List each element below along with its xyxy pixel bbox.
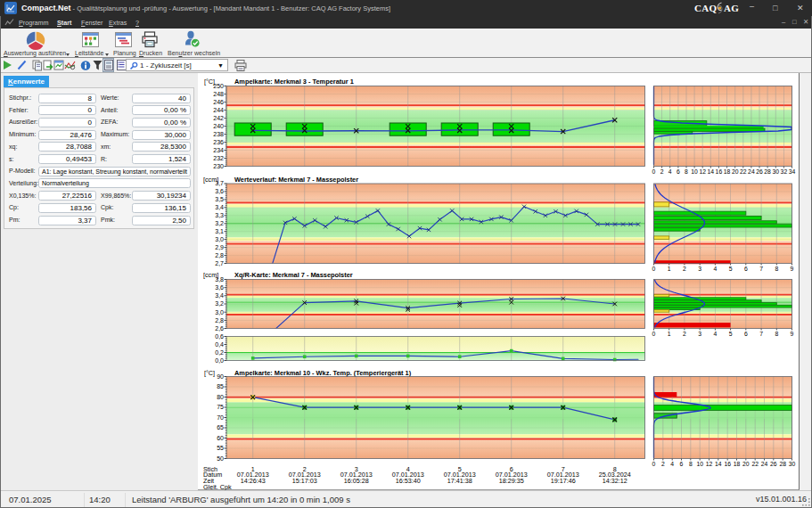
svg-text:1: 1 — [668, 266, 671, 272]
svg-text:20: 20 — [742, 461, 750, 467]
svg-text:2,8: 2,8 — [215, 317, 224, 324]
svg-text:12: 12 — [706, 461, 713, 467]
svg-text:28: 28 — [764, 168, 771, 175]
svg-text:16: 16 — [716, 168, 723, 175]
svg-text:7: 7 — [759, 331, 763, 337]
svg-text:3: 3 — [698, 331, 701, 337]
svg-text:6: 6 — [677, 168, 680, 175]
svg-text:75: 75 — [217, 404, 224, 410]
svg-text:34: 34 — [789, 168, 796, 175]
svg-text:2: 2 — [683, 266, 686, 272]
svg-text:3,4: 3,4 — [215, 204, 224, 210]
svg-text:70: 70 — [217, 414, 224, 421]
svg-text:20: 20 — [732, 168, 739, 175]
svg-text:3,7: 3,7 — [215, 180, 224, 186]
svg-text:2: 2 — [683, 331, 686, 337]
svg-text:26: 26 — [756, 168, 763, 175]
svg-text:0,4: 0,4 — [215, 341, 224, 348]
svg-text:6: 6 — [744, 266, 748, 272]
svg-text:3,2: 3,2 — [215, 220, 224, 226]
svg-text:Werteverlauf: Merkmal 7 - Mass: Werteverlauf: Merkmal 7 - Massepolster — [234, 176, 358, 184]
svg-text:10: 10 — [696, 461, 703, 467]
svg-text:Xq/R-Karte: Merkmal 7 - Massep: Xq/R-Karte: Merkmal 7 - Massepolster — [234, 271, 353, 279]
svg-text:236: 236 — [213, 139, 224, 145]
svg-text:2,9: 2,9 — [215, 244, 224, 250]
svg-text:3,3: 3,3 — [215, 212, 224, 218]
svg-text:0,6: 0,6 — [215, 333, 224, 340]
svg-text:3,0: 3,0 — [215, 309, 224, 315]
svg-text:4: 4 — [714, 331, 718, 337]
svg-text:32: 32 — [781, 168, 788, 175]
svg-text:240: 240 — [213, 123, 224, 129]
svg-text:24: 24 — [761, 461, 768, 467]
svg-text:10: 10 — [691, 168, 698, 175]
svg-text:5: 5 — [729, 266, 733, 272]
svg-text:9: 9 — [791, 266, 794, 272]
svg-text:16: 16 — [724, 461, 731, 467]
svg-text:5: 5 — [729, 331, 733, 337]
svg-text:Ampelkarte: Merkmal 3 - Temper: Ampelkarte: Merkmal 3 - Temperatur 1 — [234, 78, 354, 86]
svg-text:26: 26 — [770, 461, 777, 467]
svg-text:0,2: 0,2 — [215, 349, 224, 356]
svg-text:6: 6 — [680, 461, 684, 467]
svg-text:8: 8 — [775, 331, 778, 337]
svg-text:14:26:43: 14:26:43 — [241, 477, 266, 485]
svg-text:238: 238 — [213, 131, 224, 137]
svg-text:0: 0 — [652, 266, 656, 272]
svg-text:3,2: 3,2 — [215, 300, 224, 307]
svg-text:8: 8 — [775, 266, 778, 272]
svg-text:3,4: 3,4 — [215, 292, 224, 299]
svg-text:1: 1 — [668, 331, 671, 337]
svg-text:18:29:35: 18:29:35 — [499, 477, 524, 485]
svg-text:17:41:38: 17:41:38 — [447, 477, 472, 485]
svg-text:0: 0 — [652, 331, 656, 337]
svg-text:8: 8 — [685, 168, 688, 175]
svg-text:19:17:46: 19:17:46 — [551, 477, 576, 485]
svg-text:3,6: 3,6 — [215, 188, 224, 194]
svg-text:65: 65 — [217, 424, 224, 430]
svg-text:232: 232 — [213, 155, 224, 161]
svg-text:22: 22 — [751, 461, 759, 467]
svg-text:8: 8 — [689, 461, 693, 467]
svg-text:55: 55 — [217, 445, 224, 451]
svg-text:246: 246 — [213, 99, 224, 105]
svg-text:242: 242 — [213, 115, 224, 121]
svg-text:4: 4 — [714, 266, 718, 272]
svg-text:85: 85 — [217, 383, 224, 389]
svg-text:18: 18 — [724, 168, 731, 175]
svg-text:3: 3 — [698, 266, 701, 272]
svg-text:14: 14 — [708, 168, 715, 175]
svg-text:9: 9 — [791, 331, 794, 337]
svg-text:2,8: 2,8 — [215, 252, 224, 258]
svg-text:248: 248 — [213, 91, 224, 97]
svg-text:15:17:03: 15:17:03 — [292, 477, 317, 485]
svg-text:3,5: 3,5 — [215, 196, 224, 202]
svg-text:2: 2 — [661, 461, 665, 467]
svg-text:3,0: 3,0 — [215, 236, 224, 242]
svg-text:60: 60 — [217, 435, 224, 441]
svg-text:0: 0 — [652, 461, 656, 467]
svg-text:0,0: 0,0 — [215, 357, 224, 364]
svg-text:6: 6 — [744, 331, 748, 337]
svg-text:80: 80 — [217, 394, 224, 400]
svg-text:3,1: 3,1 — [215, 228, 224, 234]
svg-text:234: 234 — [213, 147, 224, 153]
svg-text:18: 18 — [734, 461, 741, 467]
svg-text:50: 50 — [217, 455, 224, 462]
svg-text:244: 244 — [213, 107, 224, 113]
svg-text:250: 250 — [213, 83, 224, 89]
svg-text:14:32:12: 14:32:12 — [603, 477, 627, 485]
svg-text:14: 14 — [715, 461, 722, 467]
svg-text:3,6: 3,6 — [215, 284, 224, 291]
svg-text:0: 0 — [652, 168, 656, 175]
svg-text:2,7: 2,7 — [215, 260, 224, 266]
svg-text:28: 28 — [779, 461, 786, 467]
svg-text:230: 230 — [213, 163, 224, 169]
svg-text:16:05:28: 16:05:28 — [344, 477, 369, 485]
svg-text:7: 7 — [759, 266, 763, 272]
svg-text:90: 90 — [217, 373, 224, 380]
svg-text:4: 4 — [668, 168, 672, 175]
svg-text:2: 2 — [660, 168, 664, 175]
svg-text:30: 30 — [773, 168, 780, 175]
svg-text:2,6: 2,6 — [215, 325, 224, 332]
